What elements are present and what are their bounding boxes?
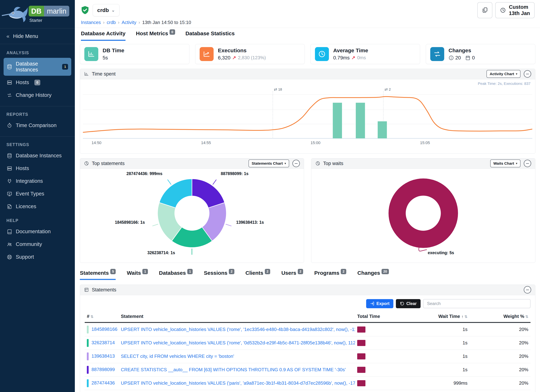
detail-tab-users[interactable]: Users2 xyxy=(281,270,303,280)
column-header-weight[interactable]: Weight %⇅ xyxy=(470,311,530,323)
sidebar-item-database-instances[interactable]: Database Instances xyxy=(4,150,71,162)
bar-chart-icon xyxy=(84,71,89,76)
detail-tab-databases[interactable]: Databases1 xyxy=(159,270,193,280)
statement-id-link[interactable]: 326238714 xyxy=(91,340,115,345)
breadcrumb-link-crdb[interactable]: crdb xyxy=(107,20,116,25)
tab-database-statistics[interactable]: Database Statistics xyxy=(185,30,235,41)
detail-tab-statements[interactable]: Statements5 xyxy=(80,270,116,280)
change-marker[interactable]: ⇄18 xyxy=(274,87,282,92)
table-row: 287474436UPSERT INTO vehicle_location_hi… xyxy=(85,377,530,390)
marlin-fish-icon xyxy=(1,5,28,24)
breadcrumb-separator: › xyxy=(118,20,120,25)
collapse-statements-button[interactable] xyxy=(524,286,531,293)
detail-tab-sessions[interactable]: Sessions2 xyxy=(204,270,234,280)
brand-badge: DB marlin xyxy=(29,6,69,16)
top-waits-donut-stage: executing: 5s xyxy=(311,169,535,263)
database-icon xyxy=(7,153,12,159)
clock-icon xyxy=(500,7,506,13)
change-marker[interactable]: ⇄2 xyxy=(385,87,391,92)
statement-text-link[interactable]: UPSERT INTO vehicle_location_histories V… xyxy=(121,340,355,345)
export-button[interactable]: Export xyxy=(366,299,394,308)
detail-tab-programs[interactable]: Programs2 xyxy=(314,270,346,280)
dbmarlin-logo[interactable]: DB marlin Starter xyxy=(0,0,75,28)
count-badge: 1 xyxy=(62,64,68,70)
chevron-down-icon: ⌄ xyxy=(111,9,115,11)
clear-button[interactable]: Clear xyxy=(396,299,420,308)
bar-chart-icon xyxy=(87,50,95,58)
statement-text-link[interactable]: SELECT city, id FROM vehicles WHERE city… xyxy=(121,353,234,359)
statement-id-link[interactable]: 887898099 xyxy=(91,367,115,372)
copy-link-button[interactable] xyxy=(477,2,492,18)
time-range-button[interactable]: Custom 13th Jan xyxy=(495,2,535,18)
stat-icon-line-chart xyxy=(200,47,214,61)
statement-text-link[interactable]: UPSERT INTO vehicle_location_histories V… xyxy=(121,327,355,332)
sidebar-item-change-history[interactable]: Change History xyxy=(4,89,71,101)
sidebar-item-database-instances[interactable]: Database Instances1 xyxy=(4,58,71,76)
weight-value: 20% xyxy=(470,363,530,377)
sidebar-item-community[interactable]: Community xyxy=(4,238,71,250)
statement-id-link[interactable]: 287474436 xyxy=(91,380,115,385)
collapse-top-statements-button[interactable] xyxy=(292,160,300,167)
statements-chart-select[interactable]: Statements Chart▾ xyxy=(249,159,289,167)
topbar: crdb ⌄ Custom 13 xyxy=(75,0,540,28)
statement-id-link[interactable]: 139638413 xyxy=(91,353,115,358)
collapse-time-spent-button[interactable] xyxy=(524,70,531,78)
sort-asc-icon: ↑ xyxy=(461,314,463,319)
sidebar-item-documentation[interactable]: Documentation xyxy=(4,226,71,238)
waits-chart-select[interactable]: Waits Chart▾ xyxy=(490,159,520,167)
column-header-id[interactable]: #⇅ xyxy=(85,311,119,323)
donut-label-139638413: 139638413: 1s xyxy=(236,220,264,225)
table-row: 887898099CREATE STATISTICS __auto__ FROM… xyxy=(85,363,530,377)
tab-host-metrics[interactable]: Host Metrics0 xyxy=(136,30,175,41)
top-waits-chart[interactable]: executing: 5s xyxy=(311,169,535,263)
donut-slice-887898099[interactable] xyxy=(192,179,225,208)
sidebar-item-support[interactable]: Support xyxy=(4,251,71,263)
hide-menu-button[interactable]: « Hide Menu xyxy=(0,28,75,44)
stat-value-row: 200 xyxy=(449,55,475,61)
donut-slice-287474436[interactable] xyxy=(159,179,192,208)
wait-time-value: 1s xyxy=(430,350,470,363)
trend-up-icon: ↗ xyxy=(351,55,355,60)
sidebar-item-event-types[interactable]: Event Types xyxy=(4,188,71,200)
top-statements-donut-stage: 887898099: 1s139638413: 1s326238714: 1s1… xyxy=(80,169,304,263)
detail-tab-clients[interactable]: Clients2 xyxy=(245,270,270,280)
search-input[interactable] xyxy=(423,299,530,308)
collapse-chevrons-icon: « xyxy=(6,33,10,39)
sidebar-item-integrations[interactable]: Integrations xyxy=(4,175,71,187)
sidebar-item-licences[interactable]: Licences xyxy=(4,200,71,213)
column-header-wait-time[interactable]: Wait Time↑⇅ xyxy=(430,311,470,323)
sidebar-item-label: Time Comparison xyxy=(16,122,57,128)
breadcrumb-link-instances[interactable]: Instances xyxy=(81,20,101,25)
sidebar-item-hosts[interactable]: Hosts xyxy=(4,162,71,174)
info-icon xyxy=(449,55,454,60)
licence-icon xyxy=(7,204,12,209)
count-badge: 1 xyxy=(142,269,148,274)
count-badge: 2 xyxy=(265,269,270,274)
breadcrumb-link-activity[interactable]: Activity xyxy=(122,20,136,25)
table-row: 326238714UPSERT INTO vehicle_location_hi… xyxy=(85,336,530,350)
count-badge: 0 xyxy=(34,80,40,85)
detail-tab-changes[interactable]: Changes20 xyxy=(357,270,389,280)
statements-body: Export Clear xyxy=(80,295,535,392)
detail-tab-label: Clients xyxy=(245,270,263,276)
tab-database-activity[interactable]: Database Activity xyxy=(81,30,125,41)
sidebar-item-label: Licences xyxy=(16,203,36,209)
statement-text-link[interactable]: UPSERT INTO vehicle_location_histories V… xyxy=(121,380,355,386)
sidebar-item-time-comparison[interactable]: Time Comparison xyxy=(4,119,71,131)
detail-tab-waits[interactable]: Waits1 xyxy=(127,270,148,280)
top-statements-chart[interactable]: 887898099: 1s139638413: 1s326238714: 1s1… xyxy=(80,169,304,263)
column-header-statement[interactable]: Statement xyxy=(119,311,355,323)
statement-id-link[interactable]: 1845898166 xyxy=(91,326,117,332)
column-header-total-time[interactable]: Total Time xyxy=(355,311,430,323)
stat-card-db-time: DB Time5s xyxy=(80,44,190,64)
donut-slice-executing[interactable] xyxy=(397,187,449,239)
sidebar-item-hosts[interactable]: Hosts0 xyxy=(4,76,71,89)
instance-selector[interactable]: crdb ⌄ xyxy=(93,4,120,16)
count-badge: 2 xyxy=(229,269,234,274)
wait-time-value: 999ms xyxy=(430,377,470,390)
activity-chart-select[interactable]: Activity Chart▾ xyxy=(486,70,520,78)
weight-value: 20% xyxy=(470,322,530,336)
statement-text-link[interactable]: CREATE STATISTICS __auto__ FROM [63] WIT… xyxy=(121,367,346,372)
collapse-top-waits-button[interactable] xyxy=(524,160,531,167)
time-spent-chart[interactable]: Peak Time: 2s, Executions: 837 14:5014:5… xyxy=(80,79,535,154)
